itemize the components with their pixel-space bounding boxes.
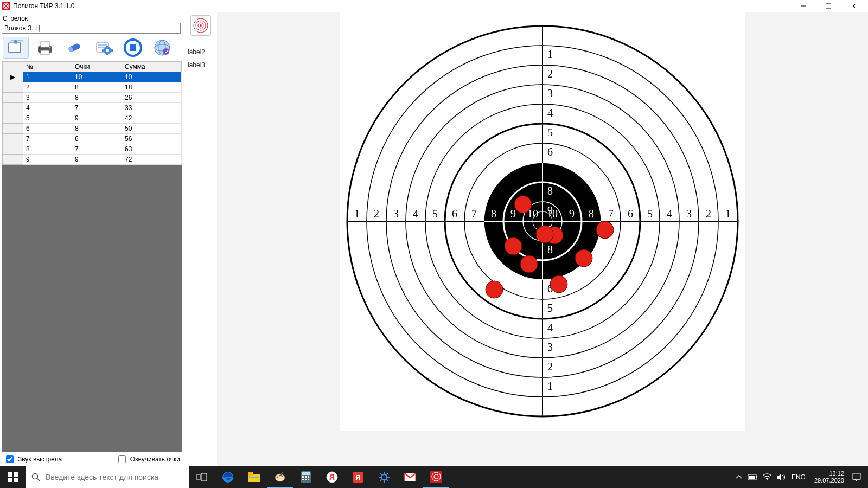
svg-rect-101 — [8, 478, 12, 482]
maximize-button[interactable] — [816, 0, 841, 12]
print-button[interactable] — [32, 37, 58, 59]
svg-rect-119 — [305, 476, 307, 478]
title-bar: Полигон ТИР 3.1.1.0 — [0, 0, 868, 12]
shots-grid[interactable]: № Очки Сумма ▶11010281838264733594268507… — [2, 61, 182, 452]
svg-text:2: 2 — [374, 208, 379, 220]
paint-icon[interactable] — [267, 466, 293, 488]
svg-point-30 — [163, 48, 169, 55]
erase-button[interactable] — [61, 37, 87, 59]
svg-text:8: 8 — [589, 208, 594, 220]
settings-button[interactable] — [91, 37, 117, 59]
label2: label2 — [186, 48, 205, 56]
svg-rect-148 — [853, 473, 860, 479]
taskview-icon[interactable] — [189, 466, 215, 488]
sound-shot-checkbox[interactable]: Звук выстрела — [4, 454, 62, 465]
svg-point-12 — [49, 47, 51, 49]
svg-text:4: 4 — [667, 208, 672, 220]
svg-point-98 — [486, 281, 503, 298]
yandex-icon[interactable]: Я — [345, 466, 371, 488]
svg-rect-23 — [111, 49, 113, 52]
svg-rect-120 — [308, 476, 309, 478]
svg-text:5: 5 — [547, 302, 553, 314]
col-n[interactable]: № — [23, 62, 72, 72]
table-row[interactable]: 6850 — [3, 124, 182, 134]
explorer-icon[interactable] — [241, 466, 267, 488]
svg-rect-102 — [14, 478, 18, 482]
table-row[interactable]: ▶11010 — [3, 72, 182, 82]
globe-button[interactable] — [149, 37, 175, 59]
grid-empty-area — [2, 165, 182, 452]
svg-text:Я: Я — [329, 473, 335, 481]
svg-text:8: 8 — [547, 185, 553, 197]
table-row[interactable]: 9972 — [3, 155, 182, 165]
table-row[interactable]: 3826 — [3, 93, 182, 103]
yandex-browser-icon[interactable]: Я — [319, 466, 345, 488]
table-row[interactable]: 2818 — [3, 82, 182, 93]
show-desktop[interactable] — [865, 466, 868, 488]
svg-rect-99 — [8, 472, 12, 477]
gmail-icon[interactable] — [397, 466, 423, 488]
edge-icon[interactable] — [215, 466, 241, 488]
svg-text:5: 5 — [647, 208, 653, 220]
new-session-button[interactable] — [3, 37, 29, 59]
clock-time: 13:12 — [814, 470, 844, 477]
svg-text:4: 4 — [547, 322, 553, 333]
table-row[interactable]: 8763 — [3, 144, 182, 155]
table-row[interactable]: 4733 — [3, 103, 182, 113]
svg-text:2: 2 — [547, 68, 553, 80]
svg-point-128 — [381, 474, 387, 480]
svg-text:1: 1 — [547, 48, 553, 60]
svg-point-95 — [520, 255, 538, 273]
calculator-icon[interactable] — [293, 466, 319, 488]
svg-rect-11 — [41, 50, 49, 55]
svg-line-104 — [37, 478, 40, 481]
clock-date: 29.07.2020 — [814, 477, 844, 484]
svg-point-146 — [767, 479, 768, 480]
svg-rect-7 — [9, 43, 21, 53]
shooter-label: Стрелок — [3, 15, 181, 22]
svg-rect-110 — [249, 477, 259, 478]
svg-rect-121 — [302, 479, 304, 480]
svg-text:9: 9 — [569, 208, 575, 220]
tray-up-icon[interactable] — [733, 466, 745, 488]
col-points[interactable]: Очки — [72, 62, 122, 72]
svg-rect-20 — [106, 46, 108, 47]
start-button[interactable] — [0, 466, 26, 488]
svg-rect-122 — [305, 479, 307, 480]
wifi-icon[interactable] — [761, 466, 773, 488]
svg-text:9: 9 — [510, 208, 516, 220]
shooter-input[interactable] — [2, 23, 181, 34]
svg-text:6: 6 — [452, 208, 457, 220]
svg-rect-100 — [14, 472, 18, 477]
svg-point-113 — [279, 475, 280, 477]
table-row[interactable]: 5942 — [3, 113, 182, 124]
svg-marker-147 — [777, 473, 781, 481]
taskbar-clock[interactable]: 13:12 29.07.2020 — [810, 470, 848, 484]
settings-gear-icon[interactable] — [371, 466, 397, 488]
svg-text:5: 5 — [432, 208, 438, 220]
minimize-button[interactable] — [791, 0, 816, 12]
svg-text:6: 6 — [628, 208, 633, 220]
battery-icon[interactable] — [747, 466, 759, 488]
speak-points-label: Озвучивать очки — [130, 455, 180, 463]
polygon-app-icon[interactable] — [423, 466, 449, 488]
svg-text:2: 2 — [547, 361, 553, 373]
svg-text:3: 3 — [547, 341, 553, 353]
col-marker[interactable] — [3, 62, 23, 72]
taskbar: Введите здесь текст для поиска Я Я ENG 1… — [0, 466, 868, 488]
language-indicator[interactable]: ENG — [789, 466, 808, 488]
col-sum[interactable]: Сумма — [122, 62, 182, 72]
notifications-icon[interactable] — [851, 466, 863, 488]
svg-text:7: 7 — [608, 208, 614, 220]
table-row[interactable]: 7656 — [3, 134, 182, 144]
canvas-area: 1234567899876543211098765432110987654321 — [217, 12, 868, 466]
speak-points-checkbox[interactable]: Озвучивать очки — [116, 454, 180, 465]
target-type-button[interactable] — [190, 15, 211, 36]
svg-rect-106 — [201, 473, 207, 481]
target-display[interactable]: 1234567899876543211098765432110987654321 — [340, 12, 745, 431]
close-button[interactable] — [841, 0, 866, 12]
taskbar-search[interactable]: Введите здесь текст для поиска — [26, 466, 189, 488]
svg-text:4: 4 — [413, 208, 418, 220]
volume-icon[interactable] — [775, 466, 787, 488]
stop-button[interactable] — [120, 37, 146, 59]
